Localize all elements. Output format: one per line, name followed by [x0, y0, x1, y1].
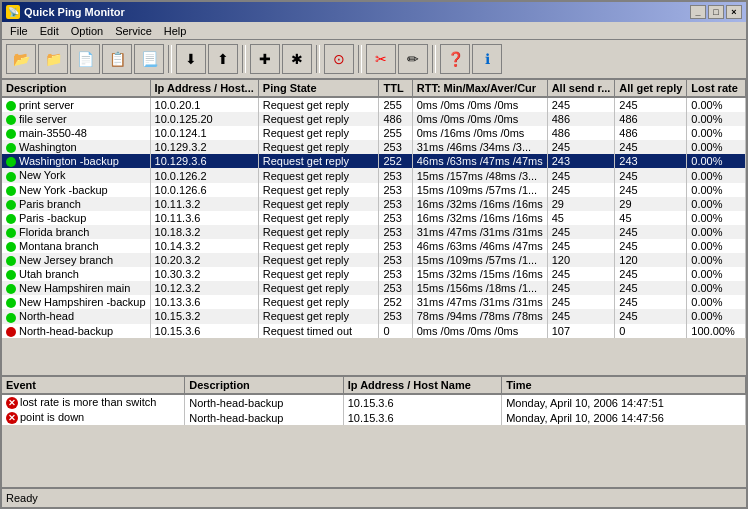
event-cell-ip: 10.15.3.6: [343, 410, 501, 425]
ping-table-row[interactable]: Utah branch 10.30.3.2 Request get reply …: [2, 267, 746, 281]
event-table-row[interactable]: ✕lost rate is more than switch North-hea…: [2, 394, 746, 410]
minimize-button[interactable]: _: [690, 5, 706, 19]
menu-option[interactable]: Option: [65, 23, 109, 39]
ping-cell-send: 486: [547, 112, 615, 126]
ping-cell-reply: 245: [615, 183, 687, 197]
toolbar-info-btn[interactable]: ℹ: [472, 44, 502, 74]
ping-cell-lost: 0.00%: [687, 112, 746, 126]
event-cell-time: Monday, April 10, 2006 14:47:56: [502, 410, 746, 425]
menu-service[interactable]: Service: [109, 23, 158, 39]
ping-cell-ttl: 253: [379, 197, 412, 211]
ping-cell-send: 245: [547, 281, 615, 295]
ping-cell-state: Request get reply: [258, 239, 379, 253]
ping-cell-reply: 243: [615, 154, 687, 168]
ping-cell-ip: 10.30.3.2: [150, 267, 258, 281]
toolbar-new-btn[interactable]: 📄: [70, 44, 100, 74]
ping-table-row[interactable]: New Hampshiren main 10.12.3.2 Request ge…: [2, 281, 746, 295]
ping-cell-lost: 0.00%: [687, 211, 746, 225]
ping-table-row[interactable]: Washington 10.129.3.2 Request get reply …: [2, 140, 746, 154]
ping-cell-rtt: 46ms /63ms /47ms /47ms: [412, 154, 547, 168]
toolbar-open-btn[interactable]: 📁: [38, 44, 68, 74]
status-dot: [6, 298, 16, 308]
col-header-rtt[interactable]: RTT: Min/Max/Aver/Cur: [412, 80, 547, 97]
toolbar-paste-btn[interactable]: 📃: [134, 44, 164, 74]
event-col-event[interactable]: Event: [2, 377, 185, 394]
ping-table-row[interactable]: New Jersey branch 10.20.3.2 Request get …: [2, 253, 746, 267]
ping-cell-ip: 10.12.3.2: [150, 281, 258, 295]
event-cell-desc: North-head-backup: [185, 410, 343, 425]
ping-table-row[interactable]: New York -backup 10.0.126.6 Request get …: [2, 183, 746, 197]
ping-cell-ip: 10.18.3.2: [150, 225, 258, 239]
ping-cell-send: 245: [547, 97, 615, 112]
col-header-state[interactable]: Ping State: [258, 80, 379, 97]
ping-cell-ttl: 252: [379, 295, 412, 309]
ping-table-row[interactable]: Florida branch 10.18.3.2 Request get rep…: [2, 225, 746, 239]
toolbar-open-folder-btn[interactable]: 📂: [6, 44, 36, 74]
ping-table-scroll[interactable]: Description Ip Address / Host... Ping St…: [2, 80, 746, 350]
ping-table-row[interactable]: North-head-backup 10.15.3.6 Request time…: [2, 324, 746, 338]
ping-table-row[interactable]: Washington -backup 10.129.3.6 Request ge…: [2, 154, 746, 168]
ping-table-row[interactable]: Paris branch 10.11.3.2 Request get reply…: [2, 197, 746, 211]
toolbar-add-btn[interactable]: ✚: [250, 44, 280, 74]
ping-cell-desc: file server: [2, 112, 150, 126]
toolbar-down-btn[interactable]: ⬇: [176, 44, 206, 74]
ping-cell-rtt: 0ms /16ms /0ms /0ms: [412, 126, 547, 140]
col-header-lost[interactable]: Lost rate: [687, 80, 746, 97]
ping-cell-ip: 10.0.124.1: [150, 126, 258, 140]
ping-cell-reply: 29: [615, 197, 687, 211]
ping-cell-desc: New Hampshiren -backup: [2, 295, 150, 309]
ping-table-row[interactable]: New York 10.0.126.2 Request get reply 25…: [2, 168, 746, 182]
ping-table-row[interactable]: Paris -backup 10.11.3.6 Request get repl…: [2, 211, 746, 225]
col-header-send[interactable]: All send r...: [547, 80, 615, 97]
ping-cell-ttl: 486: [379, 112, 412, 126]
toolbar-edit-btn[interactable]: ✏: [398, 44, 428, 74]
col-header-description[interactable]: Description: [2, 80, 150, 97]
ping-cell-send: 245: [547, 140, 615, 154]
toolbar-stop-btn[interactable]: ⊙: [324, 44, 354, 74]
toolbar-up-btn[interactable]: ⬆: [208, 44, 238, 74]
col-header-ttl[interactable]: TTL: [379, 80, 412, 97]
ping-table-row[interactable]: file server 10.0.125.20 Request get repl…: [2, 112, 746, 126]
ping-cell-ip: 10.0.126.2: [150, 168, 258, 182]
ping-cell-rtt: 15ms /109ms /57ms /1...: [412, 183, 547, 197]
ping-cell-desc: Washington -backup: [2, 154, 150, 168]
event-col-ip[interactable]: Ip Address / Host Name: [343, 377, 501, 394]
col-header-reply[interactable]: All get reply: [615, 80, 687, 97]
close-button[interactable]: ×: [726, 5, 742, 19]
ping-cell-desc: Montana branch: [2, 239, 150, 253]
ping-table-row[interactable]: print server 10.0.20.1 Request get reply…: [2, 97, 746, 112]
toolbar-cut-btn[interactable]: ✂: [366, 44, 396, 74]
ping-cell-ip: 10.13.3.6: [150, 295, 258, 309]
ping-cell-ip: 10.11.3.6: [150, 211, 258, 225]
ping-table-row[interactable]: New Hampshiren -backup 10.13.3.6 Request…: [2, 295, 746, 309]
ping-table-row[interactable]: North-head 10.15.3.2 Request get reply 2…: [2, 309, 746, 323]
ping-cell-rtt: 15ms /109ms /57ms /1...: [412, 253, 547, 267]
toolbar-help-btn[interactable]: ❓: [440, 44, 470, 74]
ping-cell-state: Request get reply: [258, 154, 379, 168]
menu-file[interactable]: File: [4, 23, 34, 39]
ping-cell-reply: 245: [615, 168, 687, 182]
ping-cell-send: 245: [547, 267, 615, 281]
event-col-desc[interactable]: Description: [185, 377, 343, 394]
menu-edit[interactable]: Edit: [34, 23, 65, 39]
col-header-ip[interactable]: Ip Address / Host...: [150, 80, 258, 97]
ping-cell-lost: 100.00%: [687, 324, 746, 338]
events-scroll[interactable]: Event Description Ip Address / Host Name…: [2, 377, 746, 487]
event-table-row[interactable]: ✕point is down North-head-backup 10.15.3…: [2, 410, 746, 425]
menu-help[interactable]: Help: [158, 23, 193, 39]
toolbar-asterisk-btn[interactable]: ✱: [282, 44, 312, 74]
event-col-time[interactable]: Time: [502, 377, 746, 394]
window-title: Quick Ping Monitor: [24, 6, 690, 18]
ping-cell-ip: 10.0.20.1: [150, 97, 258, 112]
ping-cell-desc: print server: [2, 97, 150, 112]
ping-cell-lost: 0.00%: [687, 126, 746, 140]
ping-cell-ttl: 253: [379, 225, 412, 239]
ping-cell-ttl: 255: [379, 97, 412, 112]
ping-cell-send: 45: [547, 211, 615, 225]
ping-table: Description Ip Address / Host... Ping St…: [2, 80, 746, 338]
toolbar-copy-btn[interactable]: 📋: [102, 44, 132, 74]
ping-table-row[interactable]: main-3550-48 10.0.124.1 Request get repl…: [2, 126, 746, 140]
ping-cell-lost: 0.00%: [687, 154, 746, 168]
maximize-button[interactable]: □: [708, 5, 724, 19]
ping-table-row[interactable]: Montana branch 10.14.3.2 Request get rep…: [2, 239, 746, 253]
